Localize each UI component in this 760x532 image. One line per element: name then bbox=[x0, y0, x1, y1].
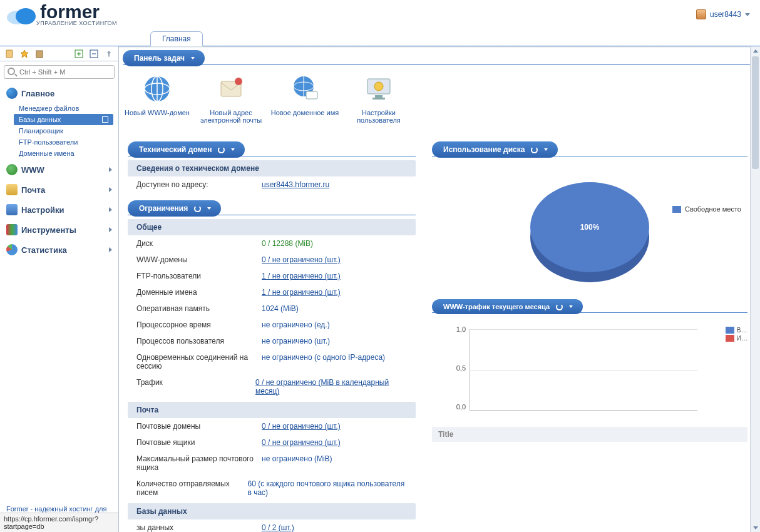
nav-settings[interactable]: Настройки bbox=[0, 199, 118, 219]
star-icon[interactable] bbox=[20, 49, 29, 58]
avatar-icon bbox=[696, 9, 706, 19]
brand-tagline: УПРАВЛЕНИЕ ХОСТИНГОМ bbox=[36, 20, 117, 26]
panel-limits-header[interactable]: Ограничения bbox=[128, 200, 221, 217]
techdomain-subhead: Сведения о техническом домене bbox=[128, 160, 416, 176]
limit-maildom-value[interactable]: 0 / не ограничено (шт.) bbox=[262, 422, 341, 431]
chevron-down-icon bbox=[544, 148, 548, 151]
limit-www-value[interactable]: 0 / не ограничено (шт.) bbox=[262, 255, 341, 264]
panel-traffic-header[interactable]: WWW-трафик текущего месяца bbox=[432, 299, 583, 314]
limit-conn-value: не ограничено (с одного IP-адреса) bbox=[262, 353, 385, 371]
svg-point-11 bbox=[235, 78, 242, 85]
nav-tools[interactable]: Инструменты bbox=[0, 219, 118, 239]
scroll-up-icon bbox=[753, 49, 758, 53]
chevron-down-icon bbox=[569, 305, 573, 308]
sidebar-toolbar bbox=[0, 46, 118, 61]
limit-ram-value: 1024 (MiB) bbox=[262, 304, 299, 313]
globe-icon bbox=[6, 164, 18, 175]
limits-group-mail: Почта bbox=[128, 402, 416, 418]
settings-icon bbox=[6, 204, 18, 215]
chevron-down-icon bbox=[207, 207, 211, 210]
task-user-settings[interactable]: Настройки пользователя bbox=[344, 74, 413, 124]
brand-name: former bbox=[40, 3, 117, 21]
svg-point-1 bbox=[16, 8, 36, 24]
minus-square-icon[interactable] bbox=[90, 49, 98, 58]
disk-legend: Свободное место bbox=[672, 205, 747, 213]
refresh-icon[interactable] bbox=[531, 146, 538, 153]
nav-main[interactable]: Главное bbox=[0, 83, 118, 103]
panel-disk-header[interactable]: Использование диска bbox=[432, 141, 558, 158]
search-icon bbox=[8, 68, 15, 75]
mail-icon bbox=[6, 184, 18, 195]
nav-stats[interactable]: Статистика bbox=[0, 239, 118, 259]
paste-icon[interactable] bbox=[35, 49, 44, 58]
task-new-domain[interactable]: Новое доменное имя bbox=[270, 74, 339, 124]
limits-group-general: Общее bbox=[128, 219, 416, 235]
limit-disk-value: 0 / 12288 (MiB) bbox=[262, 239, 313, 248]
panel-techdomain-header[interactable]: Технический домен bbox=[128, 141, 245, 158]
tab-main[interactable]: Главная bbox=[150, 31, 203, 46]
limit-procs-value: не ограничено (шт.) bbox=[262, 337, 330, 345]
globe-plus-icon bbox=[142, 74, 172, 104]
limits-group-db: Базы данных bbox=[128, 503, 416, 519]
panel-tasks-header[interactable]: Панель задач bbox=[123, 50, 205, 66]
external-link-icon bbox=[102, 116, 108, 123]
sidebar-item-domains[interactable]: Доменные имена bbox=[19, 148, 118, 159]
svg-rect-16 bbox=[375, 95, 383, 98]
refresh-icon[interactable] bbox=[194, 205, 201, 212]
globe-tag-icon bbox=[290, 74, 320, 104]
scroll-down-icon bbox=[753, 526, 758, 529]
limit-db-value[interactable]: 0 / 2 (шт.) bbox=[262, 523, 294, 532]
piechart-icon bbox=[6, 244, 18, 255]
refresh-icon[interactable] bbox=[218, 146, 225, 153]
monitor-gear-icon bbox=[364, 74, 394, 104]
pin-icon[interactable] bbox=[105, 49, 113, 58]
envelope-icon bbox=[216, 74, 246, 104]
traffic-chart: 1,0 0,5 0,0 В… И… bbox=[432, 317, 747, 423]
svg-point-18 bbox=[374, 82, 383, 91]
svg-rect-2 bbox=[6, 50, 13, 58]
limit-mailbox-value[interactable]: 0 / не ограничено (шт.) bbox=[262, 438, 341, 447]
sidebar-item-scheduler[interactable]: Планировщик bbox=[19, 125, 118, 136]
task-new-email[interactable]: Новый адрес электронной почты bbox=[197, 74, 265, 124]
traffic-title-field[interactable]: Title bbox=[432, 427, 747, 442]
svg-rect-4 bbox=[36, 51, 43, 58]
home-icon bbox=[6, 88, 18, 99]
scrollbar-thumb[interactable] bbox=[752, 56, 759, 169]
brand-cloud-icon bbox=[6, 4, 36, 25]
nav-mail[interactable]: Почта bbox=[0, 179, 118, 199]
sidebar-search-input[interactable] bbox=[4, 65, 115, 79]
chevron-down-icon bbox=[745, 13, 750, 16]
techdomain-addr-label: Доступен по адресу: bbox=[136, 180, 262, 189]
sidebar-item-databases[interactable]: Базы данных bbox=[14, 114, 113, 125]
chevron-down-icon bbox=[231, 148, 235, 151]
status-bar-url: https://cp.hformer.com/ispmgr?startpage=… bbox=[0, 513, 118, 532]
svg-marker-3 bbox=[21, 50, 28, 58]
limit-traffic-value[interactable]: 0 / не ограничено (MiB в календарный мес… bbox=[255, 378, 407, 396]
sidebar-footer-note: Former - надежный хостинг для bbox=[0, 501, 118, 513]
nav-www[interactable]: WWW bbox=[0, 159, 118, 179]
sidebar-item-filemgr[interactable]: Менеджер файлов bbox=[19, 103, 118, 114]
limit-mailsize-value: не ограничено (MiB) bbox=[262, 454, 332, 472]
limit-ftp-value[interactable]: 1 / не ограничено (шт.) bbox=[262, 272, 341, 280]
plus-square-icon[interactable] bbox=[74, 49, 83, 58]
limit-domains-value[interactable]: 1 / не ограничено (шт.) bbox=[262, 288, 341, 297]
svg-rect-14 bbox=[306, 91, 317, 99]
chevron-down-icon bbox=[191, 57, 195, 59]
svg-rect-17 bbox=[372, 98, 385, 100]
user-menu[interactable]: user8443 bbox=[696, 9, 750, 19]
clipboard-icon[interactable] bbox=[5, 49, 14, 58]
techdomain-addr-link[interactable]: user8443.hformer.ru bbox=[262, 180, 329, 189]
disk-usage-chart: 100% Свободное место bbox=[432, 160, 747, 292]
task-new-www-domain[interactable]: Новый WWW-домен bbox=[123, 74, 192, 124]
sidebar-item-ftp[interactable]: FTP-пользователи bbox=[19, 136, 118, 148]
workspace-scrollbar[interactable] bbox=[750, 46, 760, 532]
limit-sendrate-value: 60 (с каждого почтового ящика пользовате… bbox=[247, 479, 407, 497]
tools-icon bbox=[6, 224, 18, 235]
user-name: user8443 bbox=[710, 10, 741, 19]
limit-cpu-value: не ограничено (ед.) bbox=[262, 320, 330, 329]
refresh-icon[interactable] bbox=[556, 304, 563, 310]
